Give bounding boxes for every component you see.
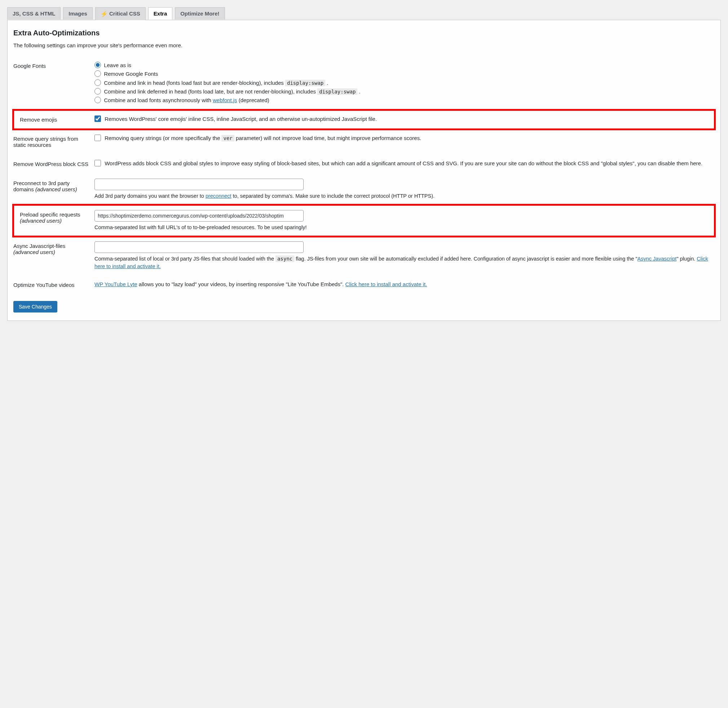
remove-query-checkbox[interactable] [94,135,101,141]
preconnect-help: Add 3rd party domains you want the brows… [94,192,715,200]
preload-input[interactable] [94,210,304,222]
section-desc: The following settings can improve your … [13,42,715,48]
label-google-fonts: Google Fonts [13,56,94,110]
tab-criticalcss-label: Critical CSS [109,10,140,17]
code-ver: ver [221,135,234,141]
bolt-icon: ⚡ [101,11,108,17]
gf-radio-remove[interactable] [94,70,101,77]
row-preconnect: Preconnect to 3rd party domains (advance… [13,174,715,205]
row-remove-emojis: Remove emojis Removes WordPress' core em… [13,110,715,129]
tab-criticalcss[interactable]: ⚡ Critical CSS [95,7,146,20]
remove-emojis-checkbox[interactable] [94,116,101,122]
gf-radio-leave[interactable] [94,62,101,68]
gf-option-combine-head[interactable]: Combine and link in head (fonts load fas… [94,79,715,88]
settings-panel: Extra Auto-Optimizations The following s… [7,20,721,321]
row-async-js: Async Javascript-files (advanced users) … [13,236,715,275]
code-async: async [275,255,294,262]
preconnect-input[interactable] [94,178,304,190]
gf-option-leave[interactable]: Leave as is [94,61,715,70]
row-google-fonts: Google Fonts Leave as is Remove Google F… [13,56,715,110]
gf-option-async[interactable]: Combine and load fonts asynchronously wi… [94,96,715,105]
youtube-install-link[interactable]: Click here to install and activate it. [346,281,427,287]
remove-block-css-checkbox[interactable] [94,160,101,166]
label-async-js: Async Javascript-files (advanced users) [13,236,94,275]
remove-block-css-option[interactable]: WordPress adds block CSS and global styl… [94,160,702,166]
label-remove-block-css: Remove WordPress block CSS [13,154,94,174]
async-js-plugin-link[interactable]: Async Javascript [637,256,677,262]
async-js-input[interactable] [94,241,304,253]
row-youtube: Optimize YouTube videos WP YouTube Lyte … [13,275,715,295]
remove-query-option[interactable]: Removing query strings (or more specific… [94,135,421,141]
youtube-help: WP YouTube Lyte allows you to "lazy load… [94,280,715,288]
webfontjs-link[interactable]: webfont.js [213,97,237,103]
section-title: Extra Auto-Optimizations [13,29,715,37]
preconnect-link[interactable]: preconnect [206,193,232,199]
async-js-help: Comma-separated list of local or 3rd par… [94,255,715,270]
save-button[interactable]: Save Changes [13,301,57,312]
preload-help: Comma-separated list with full URL's of … [94,224,711,231]
label-preload: Preload specific requests (advanced user… [13,205,94,236]
gf-option-combine-deferred[interactable]: Combine and link deferred in head (fonts… [94,88,715,96]
tab-optimizemore[interactable]: Optimize More! [175,7,224,19]
gf-option-remove[interactable]: Remove Google Fonts [94,70,715,79]
code-display-swap-1: display:swap [285,80,325,86]
row-remove-query-strings: Remove query strings from static resourc… [13,129,715,154]
gf-radio-combine-head[interactable] [94,79,101,86]
code-display-swap-2: display:swap [317,88,357,95]
label-remove-query-strings: Remove query strings from static resourc… [13,129,94,154]
tab-jscsshtml[interactable]: JS, CSS & HTML [7,7,61,19]
row-remove-block-css: Remove WordPress block CSS WordPress add… [13,154,715,174]
gf-radio-async[interactable] [94,97,101,103]
gf-radio-combine-deferred[interactable] [94,88,101,94]
row-preload: Preload specific requests (advanced user… [13,205,715,236]
tab-bar: JS, CSS & HTML Images ⚡ Critical CSS Ext… [7,7,721,20]
remove-emojis-option[interactable]: Removes WordPress' core emojis' inline C… [94,116,377,122]
tab-extra[interactable]: Extra [148,7,173,20]
tab-images[interactable]: Images [63,7,93,19]
label-remove-emojis: Remove emojis [13,110,94,129]
label-preconnect: Preconnect to 3rd party domains (advance… [13,174,94,205]
label-youtube: Optimize YouTube videos [13,275,94,295]
wp-youtube-lyte-link[interactable]: WP YouTube Lyte [94,281,137,287]
